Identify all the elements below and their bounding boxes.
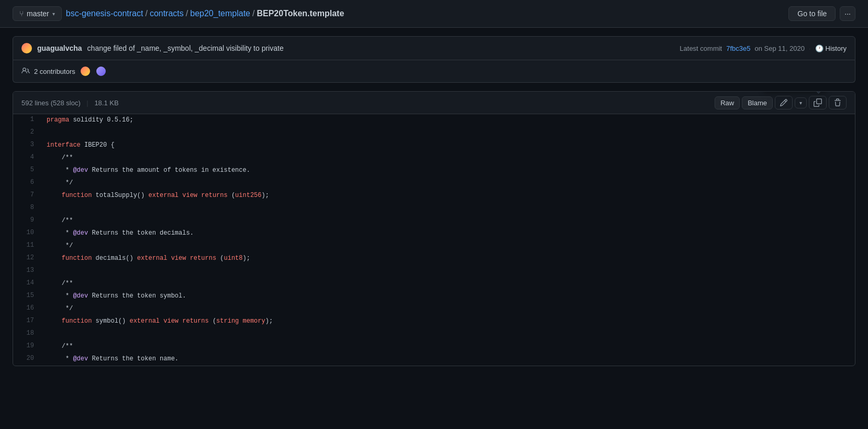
- line-number[interactable]: 7: [13, 190, 42, 202]
- blame-button[interactable]: Blame: [742, 96, 773, 109]
- line-code: */: [42, 303, 855, 315]
- file-meta-sep: |: [86, 99, 88, 107]
- contributor-avatar-1[interactable]: [80, 65, 91, 77]
- line-code: /**: [42, 215, 855, 227]
- contributors-count: 2 contributors: [34, 68, 75, 75]
- table-row: 14 /**: [13, 278, 855, 290]
- commit-message: change filed of _name, _symbol, _decimal…: [87, 44, 284, 52]
- table-row: 20 * @dev Returns the token name.: [13, 353, 855, 366]
- goto-file-button[interactable]: Go to file: [788, 6, 836, 21]
- table-row: 8: [13, 202, 855, 215]
- breadcrumb-repo[interactable]: bsc-genesis-contract: [66, 9, 143, 18]
- edit-button[interactable]: [775, 96, 793, 109]
- file-viewer: 592 lines (528 sloc) | 18.1 KB Raw Blame…: [13, 91, 855, 366]
- line-code: * @dev Returns the amount of tokens in e…: [42, 164, 855, 177]
- commit-author[interactable]: guagualvcha: [37, 44, 82, 52]
- table-row: 7 function totalSupply() external view r…: [13, 190, 855, 202]
- code-content: 1 pragma solidity 0.5.16; 2 3 interface …: [13, 114, 855, 366]
- table-row: 13: [13, 265, 855, 278]
- top-bar-left: ⑂ master ▾ bsc-genesis-contract / contra…: [13, 6, 344, 21]
- branch-label: master: [27, 9, 49, 18]
- line-code: * @dev Returns the token name.: [42, 353, 855, 366]
- file-lines: 592 lines (528 sloc): [21, 99, 81, 107]
- edit-dropdown-button[interactable]: ▾: [795, 97, 807, 108]
- line-number[interactable]: 3: [13, 139, 42, 152]
- line-number[interactable]: 11: [13, 240, 42, 252]
- line-code: /**: [42, 152, 855, 164]
- line-number[interactable]: 16: [13, 303, 42, 315]
- line-code: * @dev Returns the token decimals.: [42, 227, 855, 240]
- history-clock-icon: 🕐: [815, 45, 824, 52]
- contributors-bar: 2 contributors: [13, 60, 855, 83]
- line-number[interactable]: 10: [13, 227, 42, 240]
- line-number[interactable]: 18: [13, 328, 42, 340]
- line-code: [42, 265, 855, 278]
- delete-button[interactable]: [829, 96, 847, 109]
- top-bar: ⑂ master ▾ bsc-genesis-contract / contra…: [0, 0, 868, 28]
- table-row: 10 * @dev Returns the token decimals.: [13, 227, 855, 240]
- line-number[interactable]: 20: [13, 353, 42, 366]
- line-code: [42, 127, 855, 139]
- top-bar-right: Go to file ···: [788, 6, 855, 21]
- file-actions: Raw Blame ▾ Copy raw contents: [715, 96, 847, 109]
- line-number[interactable]: 19: [13, 340, 42, 353]
- line-number[interactable]: 5: [13, 164, 42, 177]
- line-number[interactable]: 2: [13, 127, 42, 139]
- line-number[interactable]: 15: [13, 290, 42, 303]
- breadcrumb-sep-2: /: [186, 9, 188, 18]
- line-number[interactable]: 12: [13, 252, 42, 265]
- commit-date: on Sep 11, 2020: [755, 45, 805, 52]
- commit-bar: guagualvcha change filed of _name, _symb…: [13, 36, 855, 60]
- history-button[interactable]: 🕐 History: [815, 45, 847, 52]
- table-row: 16 */: [13, 303, 855, 315]
- history-label: History: [826, 45, 847, 52]
- table-row: 4 /**: [13, 152, 855, 164]
- copy-raw-container: Copy raw contents: [809, 96, 827, 109]
- copy-raw-button[interactable]: [809, 96, 827, 109]
- commit-bar-left: guagualvcha change filed of _name, _symb…: [21, 43, 284, 53]
- line-number[interactable]: 14: [13, 278, 42, 290]
- contributor-avatar-2[interactable]: [95, 65, 107, 77]
- line-number[interactable]: 17: [13, 315, 42, 328]
- line-number[interactable]: 1: [13, 114, 42, 127]
- trash-icon: [833, 98, 842, 107]
- raw-button[interactable]: Raw: [715, 96, 740, 109]
- line-number[interactable]: 4: [13, 152, 42, 164]
- table-row: 12 function decimals() external view ret…: [13, 252, 855, 265]
- file-meta: 592 lines (528 sloc) | 18.1 KB: [21, 99, 119, 107]
- commit-prefix: Latest commit: [680, 45, 722, 52]
- breadcrumb-sep-3: /: [252, 9, 254, 18]
- table-row: 2: [13, 127, 855, 139]
- line-number[interactable]: 8: [13, 202, 42, 215]
- line-code: */: [42, 177, 855, 190]
- table-row: 3 interface IBEP20 {: [13, 139, 855, 152]
- breadcrumb-folder2[interactable]: bep20_template: [190, 9, 250, 18]
- code-table: 1 pragma solidity 0.5.16; 2 3 interface …: [13, 114, 855, 366]
- line-code: /**: [42, 278, 855, 290]
- branch-selector[interactable]: ⑂ master ▾: [13, 6, 62, 21]
- commit-hash[interactable]: 7fbc3e5: [726, 45, 750, 52]
- line-number[interactable]: 6: [13, 177, 42, 190]
- line-number[interactable]: 9: [13, 215, 42, 227]
- more-options-button[interactable]: ···: [840, 6, 855, 21]
- table-row: 18: [13, 328, 855, 340]
- table-row: 19 /**: [13, 340, 855, 353]
- breadcrumb-current-file: BEP20Token.template: [257, 9, 344, 18]
- table-row: 11 */: [13, 240, 855, 252]
- table-row: 15 * @dev Returns the token symbol.: [13, 290, 855, 303]
- line-code: */: [42, 240, 855, 252]
- chevron-down-icon: ▾: [799, 100, 802, 106]
- line-code: pragma solidity 0.5.16;: [42, 114, 855, 127]
- line-code: function totalSupply() external view ret…: [42, 190, 855, 202]
- line-code: [42, 328, 855, 340]
- table-row: 5 * @dev Returns the amount of tokens in…: [13, 164, 855, 177]
- line-code: /**: [42, 340, 855, 353]
- line-number[interactable]: 13: [13, 265, 42, 278]
- breadcrumb-folder1[interactable]: contracts: [150, 9, 184, 18]
- breadcrumb-sep-1: /: [145, 9, 147, 18]
- pencil-icon: [780, 98, 788, 107]
- table-row: 9 /**: [13, 215, 855, 227]
- line-code: interface IBEP20 {: [42, 139, 855, 152]
- line-code: * @dev Returns the token symbol.: [42, 290, 855, 303]
- line-code: function decimals() external view return…: [42, 252, 855, 265]
